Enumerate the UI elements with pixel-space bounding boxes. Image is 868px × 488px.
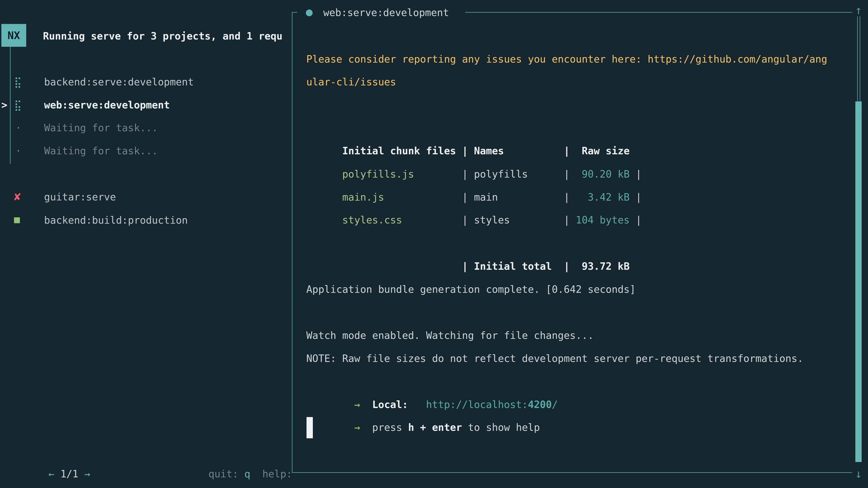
chunk-name: styles [468, 214, 564, 226]
task-label: Waiting for task... [44, 116, 158, 139]
page-prev-arrow-icon[interactable]: ← [49, 468, 55, 480]
nx-terminal-ui: NX Running serve for 3 projects, and 1 r… [0, 0, 868, 488]
nx-logo-label: NX [7, 29, 20, 41]
panel-border-bottom [292, 472, 852, 473]
success-square-icon [14, 217, 20, 223]
panel-border-left [292, 12, 292, 473]
nx-logo-badge: NX [1, 24, 26, 47]
help-label: help: [262, 468, 291, 480]
sidebar-header-title: Running serve for 3 projects, and 1 requ [43, 25, 283, 48]
sidebar: NX Running serve for 3 projects, and 1 r… [0, 0, 291, 488]
issue-notice-line1: Please consider reporting any issues you… [306, 48, 827, 71]
task-label: guitar:serve [44, 186, 116, 208]
page-next-arrow-icon[interactable]: → [84, 468, 90, 480]
issue-notice-line2: ular-cli/issues [306, 70, 396, 94]
chunk-file: styles.css [342, 214, 462, 226]
pipe-divider: | [462, 214, 468, 226]
panel-border-top [292, 12, 297, 13]
note-line: NOTE: Raw file sizes do not reflect deve… [306, 347, 803, 370]
scrollbar-thumb[interactable] [855, 101, 862, 462]
help-hint-post: to show help [462, 422, 540, 433]
task-label: Waiting for task... [44, 139, 158, 162]
task-tree-line [10, 47, 11, 164]
scroll-up-arrow-icon[interactable]: ↑ [852, 2, 865, 18]
scrollbar-rail[interactable] [857, 16, 858, 101]
local-url-line: → Local: http://localhost:4200/ [306, 370, 558, 393]
pipe-divider: | [564, 214, 570, 226]
running-status-dot-icon [306, 9, 313, 16]
pagination: ← 1/1 → [12, 440, 90, 462]
page-count: 1/1 [60, 468, 78, 480]
task-label: web:serve:development [44, 94, 170, 117]
chunk-size: 104 bytes [570, 214, 636, 226]
pipe-divider: | [564, 260, 570, 272]
terminal-cursor [307, 417, 313, 438]
shortcut-hints: quit: q help: ? [173, 440, 291, 462]
task-label: backend:serve:development [44, 70, 194, 94]
chunk-table-row: main.js | main | 3.42 kB | [306, 163, 642, 186]
chunk-table-header: Initial chunk files | Names | Raw size [306, 116, 630, 139]
help-hint-keys: h + enter [408, 422, 462, 433]
spinner-icon: ⣯ [14, 94, 22, 117]
prompt-arrow-icon: → [354, 422, 360, 433]
panel-border-top [465, 12, 852, 13]
waiting-dot-icon: · [16, 139, 22, 162]
chunk-table-total-row: | Initial total | 93.72 kB [306, 232, 630, 255]
chunk-table-row: styles.css | styles | 104 bytes | [306, 186, 642, 208]
bundle-complete-line: Application bundle generation complete. … [306, 278, 636, 301]
total-label: Initial total [468, 260, 564, 272]
quit-label: quit: [209, 468, 244, 480]
pipe-divider: | [462, 260, 468, 272]
scrollbar-rail[interactable] [860, 16, 860, 101]
selected-chevron-icon: > [1, 94, 7, 117]
panel-title: web:serve:development [323, 1, 449, 24]
task-label: backend:build:production [44, 209, 188, 232]
total-size: 93.72 kB [570, 260, 630, 272]
waiting-dot-icon: · [16, 116, 22, 139]
help-hint-line: → press h + enter to show help [306, 393, 540, 416]
spinner-icon: ⣯ [14, 70, 22, 94]
scroll-down-arrow-icon[interactable]: ↓ [852, 466, 865, 482]
pipe-divider: | [636, 214, 642, 226]
watch-mode-line: Watch mode enabled. Watching for file ch… [306, 324, 594, 347]
help-hint-pre: press [372, 422, 408, 433]
page-indicator [54, 468, 60, 480]
failed-cross-icon: ✘ [13, 186, 22, 208]
quit-key[interactable]: q [244, 468, 250, 480]
chunk-table-row: polyfills.js | polyfills | 90.20 kB | [306, 140, 642, 163]
